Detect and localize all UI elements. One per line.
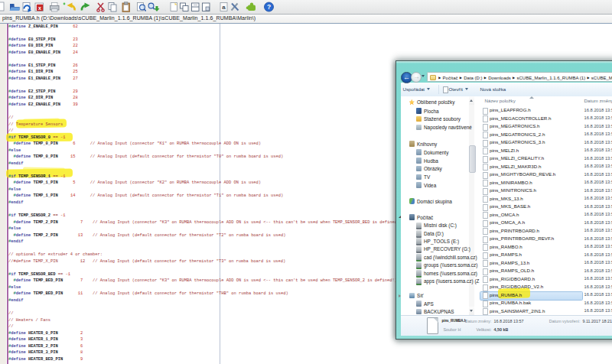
svg-text:a: a (222, 4, 226, 11)
svg-text:?: ? (267, 3, 271, 11)
svg-text:x: x (38, 5, 41, 11)
